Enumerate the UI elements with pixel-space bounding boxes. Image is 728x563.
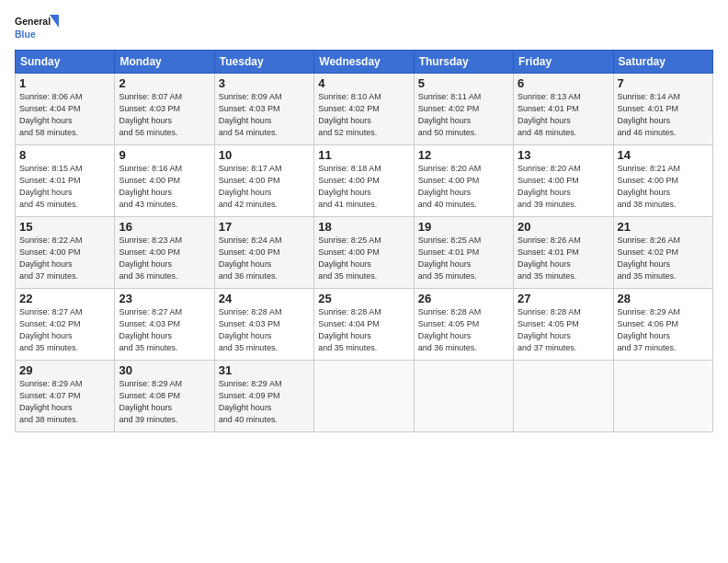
svg-text:Blue: Blue <box>15 29 36 40</box>
day-number: 2 <box>119 76 210 90</box>
day-number: 29 <box>19 363 110 377</box>
day-info: Sunrise: 8:06 AMSunset: 4:04 PMDaylight … <box>19 92 83 137</box>
svg-marker-2 <box>50 15 59 28</box>
day-number: 16 <box>119 220 210 234</box>
day-header-saturday: Saturday <box>613 51 712 74</box>
day-number: 25 <box>318 292 409 305</box>
day-info: Sunrise: 8:24 AMSunset: 4:00 PMDaylight … <box>219 236 282 281</box>
calendar-cell: 26 Sunrise: 8:28 AMSunset: 4:05 PMDaylig… <box>414 289 513 361</box>
day-number: 23 <box>119 292 210 305</box>
day-number: 1 <box>19 76 110 90</box>
day-number: 21 <box>618 220 709 234</box>
day-info: Sunrise: 8:14 AMSunset: 4:01 PMDaylight … <box>618 92 681 137</box>
day-info: Sunrise: 8:21 AMSunset: 4:00 PMDaylight … <box>618 164 681 209</box>
calendar-cell: 11 Sunrise: 8:18 AMSunset: 4:00 PMDaylig… <box>314 145 414 217</box>
calendar-cell: 15 Sunrise: 8:22 AMSunset: 4:00 PMDaylig… <box>16 217 115 289</box>
day-header-thursday: Thursday <box>414 51 513 74</box>
calendar-cell: 17 Sunrise: 8:24 AMSunset: 4:00 PMDaylig… <box>214 217 313 289</box>
calendar-cell: 16 Sunrise: 8:23 AMSunset: 4:00 PMDaylig… <box>115 217 214 289</box>
calendar-cell: 2 Sunrise: 8:07 AMSunset: 4:03 PMDayligh… <box>115 74 214 145</box>
day-info: Sunrise: 8:18 AMSunset: 4:00 PMDaylight … <box>318 164 381 209</box>
day-number: 3 <box>219 76 310 90</box>
calendar-cell: 28 Sunrise: 8:29 AMSunset: 4:06 PMDaylig… <box>613 289 712 361</box>
svg-text:General: General <box>15 16 51 27</box>
calendar-cell: 1 Sunrise: 8:06 AMSunset: 4:04 PMDayligh… <box>16 74 115 145</box>
calendar-cell: 12 Sunrise: 8:20 AMSunset: 4:00 PMDaylig… <box>414 145 513 217</box>
calendar-cell <box>514 361 613 432</box>
day-info: Sunrise: 8:28 AMSunset: 4:04 PMDaylight … <box>318 307 381 352</box>
day-info: Sunrise: 8:28 AMSunset: 4:03 PMDaylight … <box>219 307 282 352</box>
calendar-cell <box>414 361 513 432</box>
day-header-monday: Monday <box>115 51 214 74</box>
calendar-cell: 7 Sunrise: 8:14 AMSunset: 4:01 PMDayligh… <box>613 74 712 145</box>
day-number: 13 <box>518 148 609 162</box>
day-info: Sunrise: 8:29 AMSunset: 4:06 PMDaylight … <box>618 307 681 352</box>
calendar-body: 1 Sunrise: 8:06 AMSunset: 4:04 PMDayligh… <box>16 74 713 432</box>
calendar-cell: 18 Sunrise: 8:25 AMSunset: 4:00 PMDaylig… <box>314 217 414 289</box>
logo: General Blue <box>15 11 61 44</box>
day-number: 19 <box>418 220 509 234</box>
calendar-cell: 21 Sunrise: 8:26 AMSunset: 4:02 PMDaylig… <box>613 217 712 289</box>
day-info: Sunrise: 8:26 AMSunset: 4:02 PMDaylight … <box>618 236 681 281</box>
day-info: Sunrise: 8:15 AMSunset: 4:01 PMDaylight … <box>19 164 83 209</box>
day-number: 20 <box>518 220 609 234</box>
week-row-2: 8 Sunrise: 8:15 AMSunset: 4:01 PMDayligh… <box>16 145 713 217</box>
day-header-friday: Friday <box>514 51 613 74</box>
day-info: Sunrise: 8:11 AMSunset: 4:02 PMDaylight … <box>418 92 482 137</box>
day-header-sunday: Sunday <box>16 51 115 74</box>
calendar-cell: 30 Sunrise: 8:29 AMSunset: 4:08 PMDaylig… <box>115 361 214 432</box>
day-info: Sunrise: 8:17 AMSunset: 4:00 PMDaylight … <box>219 164 282 209</box>
day-number: 8 <box>19 148 110 162</box>
week-row-1: 1 Sunrise: 8:06 AMSunset: 4:04 PMDayligh… <box>16 74 713 145</box>
day-number: 6 <box>518 76 609 90</box>
calendar-header: SundayMondayTuesdayWednesdayThursdayFrid… <box>16 51 713 74</box>
day-number: 9 <box>119 148 210 162</box>
calendar-cell: 8 Sunrise: 8:15 AMSunset: 4:01 PMDayligh… <box>16 145 115 217</box>
day-number: 17 <box>219 220 310 234</box>
calendar-cell: 13 Sunrise: 8:20 AMSunset: 4:00 PMDaylig… <box>514 145 613 217</box>
logo-svg: General Blue <box>15 11 61 44</box>
day-info: Sunrise: 8:22 AMSunset: 4:00 PMDaylight … <box>19 236 83 281</box>
calendar-cell <box>314 361 414 432</box>
calendar-cell: 9 Sunrise: 8:16 AMSunset: 4:00 PMDayligh… <box>115 145 214 217</box>
day-number: 26 <box>418 292 509 305</box>
day-number: 22 <box>19 292 110 305</box>
day-info: Sunrise: 8:20 AMSunset: 4:00 PMDaylight … <box>518 164 581 209</box>
day-number: 5 <box>418 76 509 90</box>
day-number: 30 <box>119 363 210 377</box>
calendar-cell: 25 Sunrise: 8:28 AMSunset: 4:04 PMDaylig… <box>314 289 414 361</box>
day-number: 7 <box>618 76 709 90</box>
day-info: Sunrise: 8:20 AMSunset: 4:00 PMDaylight … <box>418 164 482 209</box>
day-number: 28 <box>618 292 709 305</box>
day-info: Sunrise: 8:09 AMSunset: 4:03 PMDaylight … <box>219 92 282 137</box>
day-number: 4 <box>318 76 409 90</box>
calendar-cell: 19 Sunrise: 8:25 AMSunset: 4:01 PMDaylig… <box>414 217 513 289</box>
calendar-cell: 31 Sunrise: 8:29 AMSunset: 4:09 PMDaylig… <box>214 361 313 432</box>
calendar-cell: 5 Sunrise: 8:11 AMSunset: 4:02 PMDayligh… <box>414 74 513 145</box>
day-info: Sunrise: 8:13 AMSunset: 4:01 PMDaylight … <box>518 92 581 137</box>
calendar-cell: 24 Sunrise: 8:28 AMSunset: 4:03 PMDaylig… <box>214 289 313 361</box>
day-number: 11 <box>318 148 409 162</box>
day-number: 14 <box>618 148 709 162</box>
header: General Blue <box>15 11 713 44</box>
day-number: 15 <box>19 220 110 234</box>
day-info: Sunrise: 8:23 AMSunset: 4:00 PMDaylight … <box>119 236 182 281</box>
calendar-cell: 6 Sunrise: 8:13 AMSunset: 4:01 PMDayligh… <box>514 74 613 145</box>
week-row-5: 29 Sunrise: 8:29 AMSunset: 4:07 PMDaylig… <box>16 361 713 432</box>
day-info: Sunrise: 8:27 AMSunset: 4:02 PMDaylight … <box>19 307 83 352</box>
day-info: Sunrise: 8:16 AMSunset: 4:00 PMDaylight … <box>119 164 182 209</box>
day-info: Sunrise: 8:29 AMSunset: 4:07 PMDaylight … <box>19 379 83 424</box>
day-number: 18 <box>318 220 409 234</box>
calendar-cell: 3 Sunrise: 8:09 AMSunset: 4:03 PMDayligh… <box>214 74 313 145</box>
day-info: Sunrise: 8:28 AMSunset: 4:05 PMDaylight … <box>418 307 482 352</box>
day-info: Sunrise: 8:10 AMSunset: 4:02 PMDaylight … <box>318 92 381 137</box>
calendar-cell: 20 Sunrise: 8:26 AMSunset: 4:01 PMDaylig… <box>514 217 613 289</box>
day-number: 27 <box>518 292 609 305</box>
day-number: 24 <box>219 292 310 305</box>
calendar-cell: 29 Sunrise: 8:29 AMSunset: 4:07 PMDaylig… <box>16 361 115 432</box>
calendar-cell <box>613 361 712 432</box>
day-number: 10 <box>219 148 310 162</box>
calendar-cell: 23 Sunrise: 8:27 AMSunset: 4:03 PMDaylig… <box>115 289 214 361</box>
calendar-cell: 14 Sunrise: 8:21 AMSunset: 4:00 PMDaylig… <box>613 145 712 217</box>
day-info: Sunrise: 8:28 AMSunset: 4:05 PMDaylight … <box>518 307 581 352</box>
